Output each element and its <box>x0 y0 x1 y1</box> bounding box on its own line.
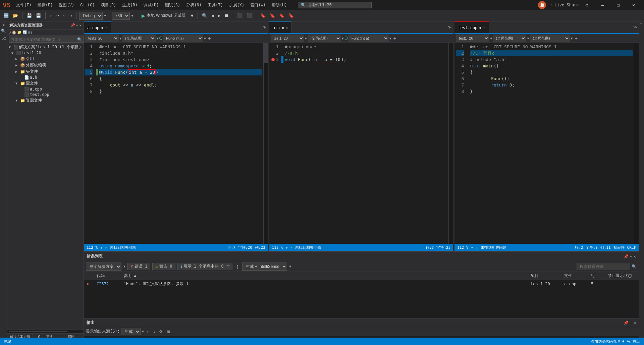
tree-item-solution[interactable]: ▼ ⬛ 解决方案'test1_20'(1 个项目) <box>7 44 84 50</box>
se-toolbar-props-icon[interactable]: ℹ <box>31 30 32 35</box>
tab-bar-3-scroll[interactable]: ≫ <box>632 25 639 30</box>
menu-edit[interactable]: 编辑(E) <box>36 0 55 10</box>
ed1-scope-select[interactable]: (全局范围) <box>122 35 156 42</box>
error-badge-errors[interactable]: ✗ 错误 1 <box>127 263 150 270</box>
tab-ah[interactable]: a.h ● ✕ <box>269 21 292 33</box>
bookmark-btn[interactable]: 🔖 <box>259 12 267 19</box>
output-btn3[interactable]: ⟳ <box>158 329 164 334</box>
ed2-scope-select[interactable]: (全局范围) <box>308 35 341 42</box>
activity-explorer-icon[interactable]: ≡ <box>1 23 6 26</box>
debug-config-select[interactable]: Debug <box>79 12 103 20</box>
se-scrollbar[interactable] <box>7 330 84 333</box>
col-project[interactable]: 项目 <box>528 272 561 280</box>
ed1-func-select[interactable]: Func(int a) <box>163 35 203 42</box>
error-panel-minus[interactable]: — <box>630 254 632 259</box>
ed2-zoom[interactable]: 112 % <box>272 245 283 250</box>
output-btn4[interactable]: 🗑 <box>165 329 172 334</box>
ed3-scope-select[interactable]: (全局范围) <box>493 35 526 42</box>
tree-item-headers[interactable]: ▶ 📁 头文件 <box>7 68 84 75</box>
menu-window[interactable]: 窗口(W) <box>248 0 268 10</box>
tab-ah-close[interactable]: ✕ <box>286 26 288 30</box>
run-options-btn[interactable]: ▼ <box>190 12 195 19</box>
ed3-code-content[interactable]: #define _CRT_SECURE_NO_WARNINGS 1 //C++菜… <box>469 43 634 244</box>
output-close[interactable]: ✕ <box>634 321 636 325</box>
tree-item-external[interactable]: ▶ 📦 外部依赖项 <box>7 62 84 68</box>
error-filter-icon[interactable]: ⫿ <box>235 264 240 269</box>
tree-item-ah[interactable]: 📄 a.h <box>7 75 84 80</box>
bookmark-next-btn[interactable]: 🔖 <box>278 12 286 19</box>
se-toolbar-sync-icon[interactable]: ↺ <box>9 30 11 35</box>
se-toolbar-expand-icon[interactable]: ⊞ <box>28 30 30 35</box>
output-btn2[interactable]: ↓ <box>152 329 157 334</box>
output-btn1[interactable]: ↑ <box>145 329 150 334</box>
error-panel-pin[interactable]: 📌 <box>624 254 629 259</box>
menu-file[interactable]: 文件(F) <box>14 0 34 10</box>
ed2-minimap[interactable] <box>448 43 453 244</box>
error-scope-select[interactable]: 整个解决方案 <box>86 263 121 271</box>
tree-item-testcpp[interactable]: ⬛ test.cpp <box>7 92 84 97</box>
tab-testcpp[interactable]: test.cpp ● ✕ <box>454 21 489 33</box>
save-btn[interactable]: 💾 <box>25 12 33 19</box>
error-search-input[interactable] <box>577 263 630 270</box>
activity-git-icon[interactable]: ⎇ <box>1 36 6 41</box>
ed3-minimap[interactable] <box>634 43 639 244</box>
tab-bar-2-scroll[interactable]: ≫ <box>446 25 453 30</box>
col-line[interactable]: 行 <box>588 272 605 280</box>
tree-item-sources[interactable]: ▼ 📁 源文件 <box>7 80 84 87</box>
se-search-input[interactable] <box>9 37 84 43</box>
error-table-container[interactable]: 代码 说明 ▲ 项目 文件 行 禁止显示状态 ✗ C2572 <box>84 272 639 318</box>
save-all-btn[interactable]: 💾 <box>35 12 43 19</box>
menu-analyze[interactable]: 分析(N) <box>184 0 204 10</box>
col-desc[interactable]: 说明 ▲ <box>121 272 528 280</box>
user-avatar[interactable]: 超 <box>538 1 546 9</box>
nav-btn3[interactable]: ⏹ <box>223 12 230 19</box>
error-panel-close[interactable]: ✕ <box>634 254 636 259</box>
ed2-plus[interactable]: + <box>392 36 397 41</box>
outdent-btn[interactable]: ⬛ <box>245 12 253 19</box>
ed2-project-select[interactable]: test1_20 <box>271 35 304 42</box>
output-pin[interactable]: 📌 <box>624 321 629 325</box>
indent-btn[interactable]: ⬛ <box>236 12 244 19</box>
menu-build[interactable]: 生成(B) <box>120 0 140 10</box>
ed2-func-select[interactable]: Func(int a) <box>348 35 389 42</box>
redo-btn[interactable]: ↪ <box>62 12 67 19</box>
col-file[interactable]: 文件 <box>561 272 588 280</box>
ed1-project-select[interactable]: test1_20 <box>85 35 119 42</box>
tab-bar-1-scroll[interactable]: ≫ <box>261 25 268 30</box>
menu-tools[interactable]: 工具(T) <box>206 0 225 10</box>
bookmark-prev-btn[interactable]: 🔖 <box>268 12 276 19</box>
run-button[interactable]: ▶ 本地 Windows 调试器 <box>139 12 188 19</box>
menu-extensions[interactable]: 扩展(X) <box>227 0 247 10</box>
menu-test[interactable]: 测试(S) <box>163 0 182 10</box>
ed1-minimap[interactable] <box>263 43 268 244</box>
editor-2-code[interactable]: 1 2 3 #pragma once //a.h void Func( <box>269 43 453 244</box>
tree-item-project[interactable]: ▼ ⬛ test1_20 <box>7 50 84 56</box>
error-badge-messages[interactable]: ℹ 展示 1 个消息中的 0 个 <box>177 263 233 270</box>
error-build-select[interactable]: 生成 + IntelliSense <box>242 263 287 271</box>
live-share-button[interactable]: ⚡ Live Share <box>548 3 581 7</box>
output-source-select[interactable]: 生成 <box>121 328 141 335</box>
maximize-button[interactable]: ❐ <box>610 0 626 10</box>
tab-acpp-close[interactable]: ✕ <box>105 26 107 30</box>
se-toolbar-refresh-icon[interactable]: 🔄 <box>22 30 27 35</box>
ed1-minimap-thumb[interactable] <box>264 43 268 63</box>
editor-3-code[interactable]: 12345678 #define _CRT_SECURE_NO_WARNINGS <box>454 43 639 244</box>
ed3-plus[interactable]: + <box>573 36 579 41</box>
ed1-code-content[interactable]: #define _CRT_SECURE_NO_WARNINGS 1 #inclu… <box>98 43 263 244</box>
error-search-icon[interactable]: 🔍 <box>632 264 637 269</box>
se-toolbar-home-icon[interactable]: 🏠 <box>12 30 16 35</box>
menu-project[interactable]: 项目(P) <box>99 0 118 10</box>
ed1-zoom[interactable]: 112 % <box>87 245 98 250</box>
ed2-code-content[interactable]: #pragma once //a.h void Func(int a = 10)… <box>283 43 449 244</box>
platform-select[interactable]: x86 <box>112 12 130 20</box>
settings-icon[interactable]: ⚙ <box>584 2 590 8</box>
menu-help[interactable]: 帮助(H) <box>270 0 289 10</box>
se-scrollbar-thumb[interactable] <box>9 331 67 332</box>
ed3-project-select[interactable]: test1_20 <box>456 35 489 42</box>
error-badge-warnings[interactable]: ⚠ 警告 0 <box>152 263 175 270</box>
open-btn[interactable]: 📂 <box>11 12 19 19</box>
menu-git[interactable]: Git(G) <box>78 0 97 10</box>
error-row-0[interactable]: ✗ C2572 "Func": 重定义默认参数: 参数 1 test1_20 a… <box>84 280 639 288</box>
ed3-zoom[interactable]: 112 % <box>457 245 468 250</box>
se-collapse-icon[interactable]: — <box>76 23 78 27</box>
